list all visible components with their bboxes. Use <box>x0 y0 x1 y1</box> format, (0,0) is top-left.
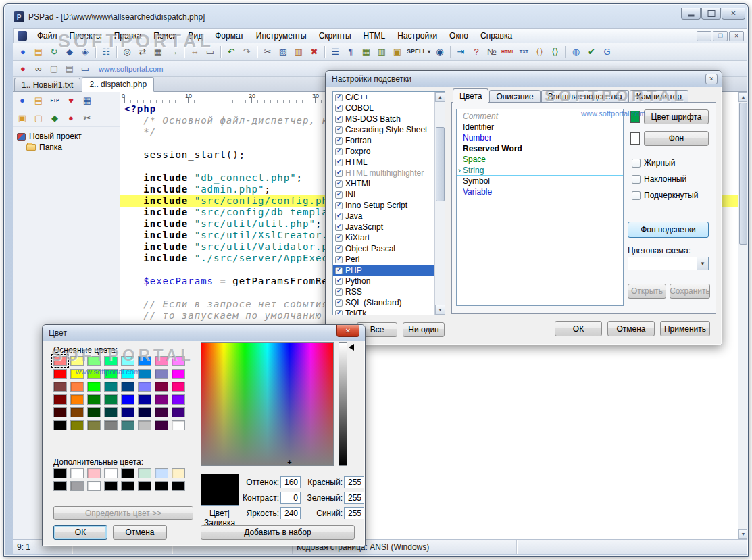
color-scheme-select[interactable]: ▼ <box>628 257 709 270</box>
checkbox-icon[interactable] <box>335 116 343 123</box>
font-color-button[interactable]: Цвет шрифта <box>644 109 709 124</box>
insert-table-icon[interactable]: ▦ <box>359 45 374 59</box>
define-custom-colors-button[interactable]: Определить цвет >> <box>53 506 193 520</box>
menu-item[interactable]: HTML <box>357 30 392 42</box>
close-button[interactable] <box>722 8 745 20</box>
hue-input[interactable]: 160 <box>280 476 301 488</box>
palette-swatch[interactable] <box>121 356 134 366</box>
reopen-icon[interactable]: ↻ <box>47 45 61 59</box>
palette-swatch[interactable] <box>104 356 118 366</box>
checkbox-icon[interactable] <box>335 310 343 316</box>
open-folder-icon[interactable]: ▤ <box>31 93 46 107</box>
checkbox-icon[interactable] <box>335 159 343 166</box>
palette-swatch[interactable] <box>172 394 185 405</box>
custom-palette-swatch[interactable] <box>87 468 101 478</box>
palette-swatch[interactable] <box>155 407 168 417</box>
remove-folder-icon[interactable]: ▢ <box>31 111 46 125</box>
element-item[interactable]: Comment <box>457 111 623 122</box>
spell-check-icon[interactable]: SPELL▾ <box>405 45 432 59</box>
element-item[interactable]: Identifier <box>457 122 623 132</box>
language-row[interactable]: XHTML <box>333 178 445 189</box>
preview-icon[interactable]: ◉ <box>432 45 447 59</box>
help-icon[interactable]: ? <box>469 45 484 59</box>
element-item[interactable]: Reserved Word <box>457 143 623 154</box>
ok-button[interactable]: ОК <box>53 525 107 540</box>
menu-item[interactable]: Скрипты <box>313 30 357 42</box>
code-explorer-icon[interactable]: ▦ <box>80 93 95 107</box>
language-row[interactable]: RSS <box>333 286 445 297</box>
palette-swatch[interactable] <box>104 407 118 417</box>
checkbox-icon[interactable] <box>632 191 641 200</box>
dialog-titlebar[interactable]: Цвет <box>43 325 365 341</box>
custom-palette-swatch[interactable] <box>155 481 168 491</box>
element-item[interactable]: Space <box>457 154 623 165</box>
maximize-button[interactable] <box>701 8 721 20</box>
checkbox-icon[interactable] <box>335 245 343 253</box>
checkbox-icon[interactable] <box>335 299 343 307</box>
ftp-icon[interactable]: FTP <box>47 93 62 107</box>
language-row[interactable]: MS-DOS Batch <box>333 113 445 124</box>
paste-icon[interactable]: ▥ <box>291 45 306 59</box>
palette-swatch[interactable] <box>70 420 84 430</box>
glasses-icon[interactable]: ∞ <box>31 61 46 76</box>
menu-item[interactable]: Правка <box>108 30 148 42</box>
show-formatting-icon[interactable]: ¶ <box>343 45 358 59</box>
palette-swatch[interactable] <box>70 369 84 379</box>
console-icon[interactable]: ▭ <box>78 61 93 76</box>
cut-icon[interactable]: ✂ <box>260 45 275 59</box>
palette-swatch[interactable] <box>121 382 134 392</box>
language-row[interactable]: Tcl/Tk <box>333 308 445 315</box>
menu-item[interactable]: Справка <box>474 30 518 42</box>
palette-swatch[interactable] <box>121 420 134 430</box>
numbering-icon[interactable]: № <box>484 45 499 59</box>
language-row[interactable]: Perl <box>333 254 445 265</box>
palette-swatch[interactable] <box>70 394 84 405</box>
green-input[interactable]: 255 <box>344 492 364 504</box>
custom-palette-swatch[interactable] <box>155 468 168 478</box>
goto-line-icon[interactable]: → <box>166 45 181 59</box>
custom-palette-swatch[interactable] <box>87 481 101 491</box>
hue-saturation-field[interactable]: + <box>201 342 334 466</box>
checkbox-icon[interactable] <box>335 148 343 155</box>
macro-record-icon[interactable]: ● <box>16 61 30 76</box>
menu-item[interactable]: Настройки <box>391 30 443 42</box>
editor-vertical-scrollbar[interactable]: ▲ ▼ <box>738 92 747 539</box>
html-format-icon[interactable]: HTML <box>500 45 516 59</box>
palette-swatch[interactable] <box>155 420 168 430</box>
language-row[interactable]: Object Pascal <box>333 243 445 254</box>
checkbox-icon[interactable] <box>335 137 343 145</box>
palette-swatch[interactable] <box>104 382 118 392</box>
language-row[interactable]: Foxpro <box>333 146 445 157</box>
checkbox-icon[interactable] <box>335 94 343 101</box>
custom-palette-swatch[interactable] <box>70 468 84 478</box>
custom-palette-swatch[interactable] <box>138 468 151 478</box>
checkbox-icon[interactable] <box>335 126 343 134</box>
palette-swatch[interactable] <box>87 382 101 392</box>
compile-icon[interactable]: ◆ <box>47 111 62 125</box>
custom-palette-swatch[interactable] <box>121 481 134 491</box>
tab-external-highlight[interactable]: Внешняя подсветка <box>541 90 629 103</box>
text-page-icon[interactable]: ▤ <box>62 61 77 76</box>
txt-format-icon[interactable]: TXT <box>516 45 531 59</box>
checkbox-icon[interactable] <box>335 234 343 242</box>
scroll-up-arrow[interactable]: ▲ <box>738 92 747 102</box>
redo-icon[interactable]: ↷ <box>239 45 254 59</box>
tools-icon[interactable]: ✂ <box>80 111 95 125</box>
custom-palette-swatch[interactable] <box>172 481 185 491</box>
element-item[interactable]: Number <box>457 132 623 143</box>
background-button[interactable]: Фон <box>644 131 709 146</box>
copy-icon[interactable]: ▨ <box>276 45 291 59</box>
checkbox-icon[interactable] <box>335 180 343 188</box>
add-to-custom-button[interactable]: Добавить в набор <box>201 525 355 540</box>
checkbox-icon[interactable] <box>335 191 343 199</box>
save-all-icon[interactable]: ◈ <box>78 45 93 59</box>
menu-item[interactable]: Формат <box>209 30 250 42</box>
palette-swatch[interactable] <box>121 369 134 379</box>
record-icon[interactable]: ● <box>64 111 78 125</box>
mdi-restore-button[interactable]: ❐ <box>713 31 728 41</box>
checkbox-icon[interactable] <box>632 159 641 168</box>
dialog-titlebar[interactable]: Настройки подсветки ✕ <box>326 71 722 87</box>
language-row[interactable]: HTML <box>333 157 445 168</box>
save-scheme-button[interactable]: Сохранить <box>670 284 710 299</box>
palette-swatch[interactable] <box>53 407 67 417</box>
